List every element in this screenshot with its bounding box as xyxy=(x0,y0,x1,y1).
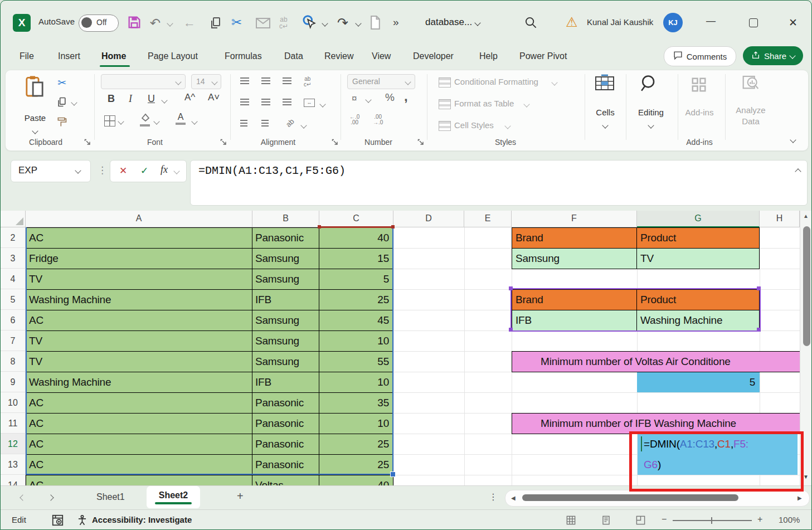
column-header-D[interactable]: D xyxy=(393,211,464,227)
formula-input[interactable]: =DMIN(A1:C13,C1,F5:G6) xyxy=(190,160,808,206)
redo-dropdown-icon[interactable] xyxy=(355,20,361,26)
column-header-H[interactable]: H xyxy=(760,211,800,227)
cell-B3[interactable]: Samsung xyxy=(255,248,315,269)
name-box[interactable]: EXP xyxy=(11,160,91,182)
row-header-5[interactable]: 5 xyxy=(1,289,26,310)
cell-A5[interactable]: Washing Machine xyxy=(29,289,246,310)
cells-label[interactable]: Cells xyxy=(586,108,625,117)
zoom-in-button[interactable]: + xyxy=(757,514,762,524)
format-as-table-icon[interactable] xyxy=(439,99,451,109)
cell-C3[interactable]: 15 xyxy=(320,248,389,269)
range-handle-F5G6[interactable] xyxy=(757,286,761,290)
scroll-up-icon[interactable]: ▲ xyxy=(803,213,809,219)
banner2-text[interactable]: Minimum number of IFB Washing Machine xyxy=(541,413,800,434)
accessibility-icon[interactable] xyxy=(76,514,88,528)
cell-A6[interactable]: AC xyxy=(29,310,246,330)
sheet-scroll-right-icon[interactable] xyxy=(47,494,54,500)
analyze-data-icon[interactable] xyxy=(742,74,760,94)
row-header-12[interactable]: 12 xyxy=(1,434,26,454)
number-format-combo[interactable]: General xyxy=(347,74,415,89)
search-icon[interactable] xyxy=(524,16,537,31)
cell-B14[interactable]: Voltas xyxy=(255,475,315,485)
analyze-data-label-2[interactable]: Data xyxy=(732,116,770,126)
cell-B12[interactable]: Panasonic xyxy=(255,434,315,454)
row-header-2[interactable]: 2 xyxy=(1,227,26,248)
cell-A9[interactable]: Washing Machine xyxy=(29,372,246,392)
range-handle-F5G6[interactable] xyxy=(509,286,513,290)
row-header-10[interactable]: 10 xyxy=(1,392,26,413)
cell-C5[interactable]: 25 xyxy=(320,289,389,310)
scrollbar-splitter-icon[interactable]: ⋮ xyxy=(489,492,498,502)
row-header-6[interactable]: 6 xyxy=(1,310,26,330)
cell-C10[interactable]: 35 xyxy=(320,392,389,413)
cell-A3[interactable]: Fridge xyxy=(29,248,246,269)
qat-overflow-icon[interactable]: » xyxy=(393,16,399,28)
conditional-formatting-button[interactable]: Conditional Formatting xyxy=(454,77,538,86)
merge-center-icon[interactable]: ↔ xyxy=(304,99,315,107)
row-header-9[interactable]: 9 xyxy=(1,372,26,392)
cell-A2[interactable]: AC xyxy=(29,227,246,248)
cell-A7[interactable]: TV xyxy=(29,330,246,351)
increase-decimal-icon[interactable]: .00→.0 xyxy=(373,114,383,125)
tab-home[interactable]: Home xyxy=(101,45,126,67)
cell-A4[interactable]: TV xyxy=(29,269,246,289)
select-all-corner[interactable] xyxy=(1,211,26,227)
insert-function-icon[interactable]: fx xyxy=(161,164,168,176)
tab-help[interactable]: Help xyxy=(479,45,498,67)
align-right-icon[interactable] xyxy=(283,99,291,105)
paste-label[interactable]: Paste xyxy=(20,113,51,123)
undo-icon[interactable]: ↶ xyxy=(150,16,161,31)
vertical-scrollbar-thumb[interactable] xyxy=(803,226,810,346)
ribbon-copy-icon[interactable] xyxy=(56,96,67,110)
fill-color-icon[interactable] xyxy=(140,113,151,127)
scroll-right-icon[interactable]: ▶ xyxy=(798,495,802,501)
format-painter-icon[interactable] xyxy=(56,116,67,130)
align-middle-icon[interactable] xyxy=(261,77,270,84)
tab-formulas[interactable]: Formulas xyxy=(225,45,262,67)
cell-A11[interactable]: AC xyxy=(29,413,246,434)
range-handle-A1C13[interactable] xyxy=(390,471,396,477)
font-name-combo[interactable] xyxy=(101,74,186,89)
user-name[interactable]: Kunal Jai Kaushik xyxy=(587,17,653,27)
decrease-indent-icon[interactable] xyxy=(240,120,247,127)
cell-C9[interactable]: 10 xyxy=(320,372,389,392)
wrap-text-icon[interactable]: abc↵ xyxy=(304,76,311,87)
cell-A13[interactable]: AC xyxy=(29,454,246,475)
number-dialog-launcher-icon[interactable] xyxy=(417,138,424,148)
sheet-tab-sheet2[interactable]: Sheet2 xyxy=(147,486,200,508)
cell-C8[interactable]: 55 xyxy=(320,351,389,372)
borders-icon[interactable] xyxy=(104,115,115,127)
cell-B5[interactable]: IFB xyxy=(255,289,315,310)
cell-styles-icon[interactable] xyxy=(439,121,451,131)
cells-icon[interactable] xyxy=(595,74,615,93)
close-button[interactable]: ✕ xyxy=(789,16,798,29)
tab-insert[interactable]: Insert xyxy=(58,45,80,67)
cell-mode-indicator[interactable]: Edit xyxy=(12,515,26,524)
cell-C2[interactable]: 40 xyxy=(320,227,389,248)
comments-button[interactable]: Comments xyxy=(664,46,736,66)
touch-mode-icon[interactable] xyxy=(302,15,317,32)
touch-mode-dropdown-icon[interactable] xyxy=(322,20,328,26)
cell-B9[interactable]: IFB xyxy=(255,372,315,392)
underline-button[interactable]: U xyxy=(148,93,155,105)
add-ins-icon[interactable] xyxy=(691,76,707,95)
zoom-level[interactable]: 100% xyxy=(779,515,800,524)
column-header-A[interactable]: A xyxy=(26,211,252,227)
back-icon[interactable]: ← xyxy=(183,16,196,30)
banner1-text[interactable]: Minimum number of Voltas Air Conditione xyxy=(541,351,800,372)
formula-bar-collapse-icon[interactable] xyxy=(795,168,801,174)
analyze-data-label-1[interactable]: Analyze xyxy=(732,105,770,115)
minimize-button[interactable]: — xyxy=(706,16,716,27)
conditional-formatting-icon[interactable] xyxy=(439,77,451,87)
redo-icon[interactable]: ↷ xyxy=(337,15,348,31)
row-header-7[interactable]: 7 xyxy=(1,330,26,351)
excel-logo-icon[interactable]: X xyxy=(13,14,31,32)
cell-B10[interactable]: Panasonic xyxy=(255,392,315,413)
cell-B6[interactable]: Samsung xyxy=(255,310,315,330)
cell-G9-result[interactable]: 5 xyxy=(637,372,755,392)
font-color-icon[interactable]: A xyxy=(176,112,186,125)
email-icon[interactable] xyxy=(256,18,270,31)
decrease-decimal-icon[interactable]: ←.0.00 xyxy=(349,114,359,125)
cell-B8[interactable]: Samsung xyxy=(255,351,315,372)
shrink-font-button[interactable]: A˅ xyxy=(208,92,220,103)
